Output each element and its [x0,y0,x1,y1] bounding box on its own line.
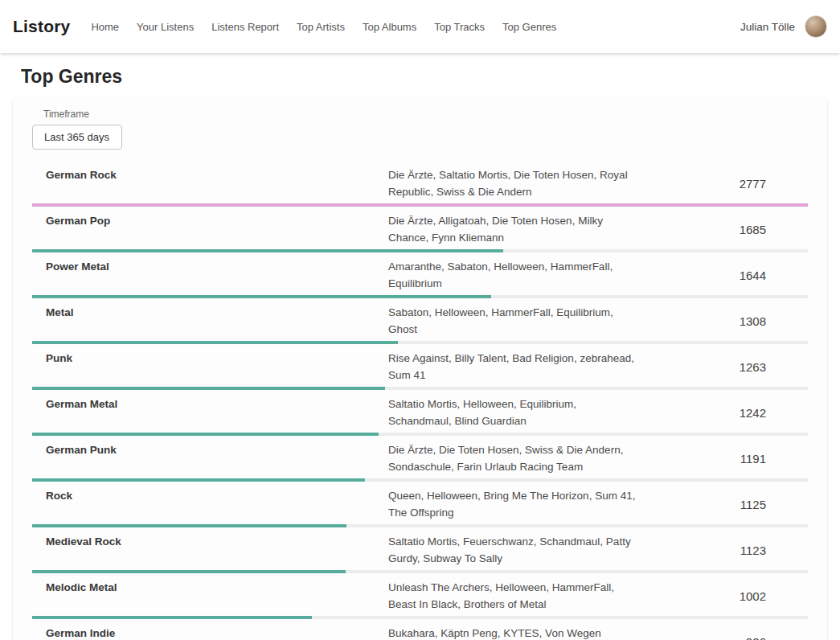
timeframe-control: Timeframe Last 365 days [32,109,808,150]
genre-name: German Metal [32,396,388,412]
genre-count: 1685 [641,223,808,236]
page-title: Top Genres [21,66,827,88]
genre-name: Metal [32,304,388,321]
brand-logo[interactable]: Listory [13,17,70,36]
timeframe-select[interactable]: Last 365 days [32,125,122,150]
genre-artists: Saltatio Mortis, Feuerschwanz, Schandmau… [388,533,641,567]
user-menu[interactable]: Julian Tölle [740,15,827,38]
genre-list: German RockDie Ärzte, Saltatio Mortis, D… [32,161,808,640]
genre-count: 926 [641,635,808,640]
genre-name: Punk [32,350,388,367]
genre-row: Medieval RockSaltatio Mortis, Feuerschwa… [32,527,808,573]
topbar: Listory HomeYour ListensListens ReportTo… [0,0,840,53]
genre-artists: Sabaton, Helloween, HammerFall, Equilibr… [388,304,641,338]
genre-name: German Rock [32,166,388,183]
nav-item-your-listens[interactable]: Your Listens [137,21,194,33]
genre-row: PunkRise Against, Billy Talent, Bad Reli… [32,344,808,390]
genre-count: 1263 [641,360,808,374]
genre-count: 1242 [641,406,808,420]
genre-artists: Rise Against, Billy Talent, Bad Religion… [388,350,641,384]
genre-row: German PopDie Ärzte, Alligatoah, Die Tot… [32,207,808,252]
genre-row: German PunkDie Ärzte, Die Toten Hosen, S… [32,436,808,482]
genre-artists: Die Ärzte, Die Toten Hosen, Swiss & Die … [388,441,641,475]
genre-count: 1644 [641,269,808,282]
genre-name: German Punk [32,441,388,458]
genre-artists: Unleash The Archers, Helloween, HammerFa… [388,579,641,613]
genre-name: Rock [32,487,388,504]
genre-row: Melodic MetalUnleash The Archers, Hellow… [32,573,808,619]
user-avatar[interactable] [805,15,827,38]
genre-name: Power Metal [32,258,388,275]
genre-artists: Queen, Helloween, Bring Me The Horizon, … [388,487,641,521]
genre-count: 1125 [641,498,808,511]
genre-artists: Die Ärzte, Saltatio Mortis, Die Toten Ho… [388,166,641,200]
timeframe-label: Timeframe [43,109,808,120]
genre-count: 2777 [641,177,808,191]
genre-name: German Pop [32,212,388,229]
genre-name: Melodic Metal [32,579,388,596]
genre-artists: Bukahara, Käptn Peng, KYTES, Von Wegen L… [388,625,641,640]
genre-row: German RockDie Ärzte, Saltatio Mortis, D… [32,161,808,207]
genre-row: Power MetalAmaranthe, Sabaton, Helloween… [32,252,808,298]
genre-artists: Saltatio Mortis, Helloween, Equilibrium,… [388,396,641,429]
genre-artists: Amaranthe, Sabaton, Helloween, HammerFal… [388,258,641,292]
nav-item-top-genres[interactable]: Top Genres [502,21,556,33]
nav-item-top-albums[interactable]: Top Albums [363,21,416,33]
main-content: Top Genres Timeframe Last 365 days Germa… [0,66,840,640]
genre-row: RockQueen, Helloween, Bring Me The Horiz… [32,482,808,527]
genre-name: German Indie [32,625,388,640]
genre-name: Medieval Rock [32,533,388,550]
genre-row: German MetalSaltatio Mortis, Helloween, … [32,390,808,436]
nav-item-top-artists[interactable]: Top Artists [297,21,345,33]
nav-item-listens-report[interactable]: Listens Report [211,21,279,33]
genre-count: 1002 [641,589,808,603]
nav: HomeYour ListensListens ReportTop Artist… [91,21,556,33]
genre-count: 1191 [641,452,808,466]
nav-item-home[interactable]: Home [91,21,119,33]
genre-artists: Die Ärzte, Alligatoah, Die Toten Hosen, … [388,212,641,246]
user-name: Julian Tölle [740,21,795,33]
top-genres-card: Timeframe Last 365 days German RockDie Ä… [13,97,827,640]
genre-row: MetalSabaton, Helloween, HammerFall, Equ… [32,298,808,344]
nav-item-top-tracks[interactable]: Top Tracks [434,21,485,33]
genre-count: 1123 [641,544,808,557]
genre-row: German IndieBukahara, Käptn Peng, KYTES,… [32,619,808,640]
genre-count: 1308 [641,314,808,328]
